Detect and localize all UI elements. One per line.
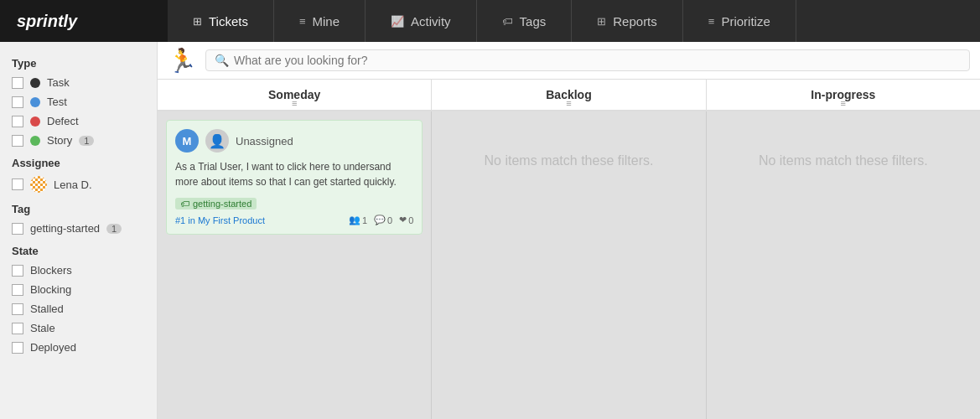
stalled-checkbox[interactable] [12,303,23,315]
blocking-checkbox[interactable] [12,284,23,296]
tag-label: getting-started [193,199,251,209]
sidebar-item-blockers[interactable]: Blockers [0,261,157,280]
sidebar-item-deployed[interactable]: Deployed [0,338,157,357]
deployed-checkbox[interactable] [12,342,23,354]
nav-mine-label: Mine [313,14,340,28]
content-area: 🏃 🔍 Someday ≡ Backlog ≡ In-progress ≡ [158,42,980,419]
activity-icon: 📈 [391,15,404,28]
nav-items: ⊞ Tickets ≡ Mine 📈 Activity 🏷 Tags ⊞ Rep… [168,0,980,42]
nav-activity[interactable]: 📈 Activity [366,0,477,42]
sidebar-item-blocking[interactable]: Blocking [0,280,157,299]
kanban-col-backlog: No items match these filters. [432,111,706,419]
stale-label: Stale [30,322,55,334]
card-avatar-person: 👤 [205,129,229,153]
likes-icon: ❤ [399,215,407,225]
ticket-card[interactable]: M 👤 Unassigned As a Trial User, I want t… [166,120,423,235]
test-dot [30,97,40,107]
deployed-label: Deployed [30,341,76,354]
someday-filter-icon[interactable]: ≡ [292,98,297,108]
test-checkbox[interactable] [12,96,23,108]
getting-started-badge: 1 [106,224,122,234]
sidebar-item-stale[interactable]: Stale [0,318,157,338]
mine-icon: ≡ [299,15,306,28]
task-checkbox[interactable] [12,77,23,89]
sidebar-section-tag-title: Tag [0,196,157,219]
col-header-someday: Someday ≡ [158,80,432,110]
getting-started-label: getting-started [30,222,100,235]
assignees-stat: 👥 1 [349,215,367,225]
card-header: M 👤 Unassigned [175,129,413,153]
sidebar-item-story[interactable]: Story 1 [0,131,157,150]
inprogress-filter-icon[interactable]: ≡ [841,98,846,108]
story-dot [30,136,40,146]
sidebar-item-stalled[interactable]: Stalled [0,299,157,318]
logo: sprintly [17,12,77,31]
inprogress-no-items: No items match these filters. [715,153,972,168]
blockers-label: Blockers [30,264,72,277]
card-footer: #1 in My First Product 👥 1 💬 0 [175,215,413,225]
card-product[interactable]: #1 in My First Product [175,215,265,225]
kanban-col-inprogress: No items match these filters. [707,111,980,419]
backlog-filter-icon[interactable]: ≡ [566,98,571,108]
runner-icon: 🏃 [168,47,197,75]
sidebar-item-getting-started[interactable]: getting-started 1 [0,219,157,238]
likes-stat: ❤ 0 [399,215,413,225]
backlog-no-items: No items match these filters. [440,153,697,168]
stale-checkbox[interactable] [12,323,23,334]
nav-tickets[interactable]: ⊞ Tickets [168,0,274,42]
blockers-checkbox[interactable] [12,265,23,277]
main-layout: Type Task Test Defect Story 1 Assignee [0,42,980,419]
search-input[interactable] [234,54,961,67]
top-nav: sprintly ⊞ Tickets ≡ Mine 📈 Activity 🏷 T… [0,0,980,42]
sidebar-item-task[interactable]: Task [0,73,157,92]
tickets-icon: ⊞ [193,15,202,28]
reports-icon: ⊞ [597,15,606,28]
lena-label: Lena D. [54,178,92,191]
tags-icon: 🏷 [502,15,513,28]
sidebar-item-defect[interactable]: Defect [0,111,157,131]
story-badge: 1 [79,136,94,146]
nav-tickets-label: Tickets [209,14,248,28]
nav-activity-label: Activity [411,14,451,28]
search-input-wrap[interactable]: 🔍 [205,49,970,71]
comments-icon: 💬 [374,215,386,225]
nav-prioritize[interactable]: ≡ Prioritize [683,0,796,42]
getting-started-checkbox[interactable] [12,223,23,235]
logo-area: sprintly [0,0,168,42]
lena-avatar [30,176,47,193]
stalled-label: Stalled [30,303,64,315]
comments-count: 0 [387,215,392,225]
nav-tags-label: Tags [520,14,547,28]
comments-stat: 💬 0 [374,215,392,225]
nav-mine[interactable]: ≡ Mine [274,0,366,42]
defect-checkbox[interactable] [12,116,23,127]
nav-reports[interactable]: ⊞ Reports [572,0,683,42]
nav-reports-label: Reports [613,14,657,28]
sidebar-section-type-title: Type [0,50,157,73]
search-icon: 🔍 [215,54,229,67]
sidebar-item-test[interactable]: Test [0,92,157,111]
test-label: Test [47,96,67,108]
col-header-inprogress: In-progress ≡ [707,80,980,110]
blocking-label: Blocking [30,283,71,296]
sidebar: Type Task Test Defect Story 1 Assignee [0,42,158,419]
defect-label: Defect [47,115,79,127]
sidebar-item-lena[interactable]: Lena D. [0,173,157,196]
task-dot [30,78,40,88]
likes-count: 0 [408,215,413,225]
card-assignee: Unassigned [236,135,293,147]
assignees-icon: 👥 [349,215,360,225]
card-body: As a Trial User, I want to click here to… [175,159,413,189]
story-checkbox[interactable] [12,135,23,147]
card-tag: 🏷 getting-started [175,198,257,210]
sidebar-section-state-title: State [0,238,157,261]
sidebar-section-assignee-title: Assignee [0,150,157,173]
lena-checkbox[interactable] [12,178,23,190]
nav-prioritize-label: Prioritize [721,14,770,28]
kanban-header: Someday ≡ Backlog ≡ In-progress ≡ [158,80,980,111]
card-stats: 👥 1 💬 0 ❤ 0 [349,215,413,225]
prioritize-icon: ≡ [708,15,715,28]
nav-tags[interactable]: 🏷 Tags [477,0,573,42]
col-header-backlog: Backlog ≡ [432,80,706,110]
kanban-board: M 👤 Unassigned As a Trial User, I want t… [158,111,980,419]
